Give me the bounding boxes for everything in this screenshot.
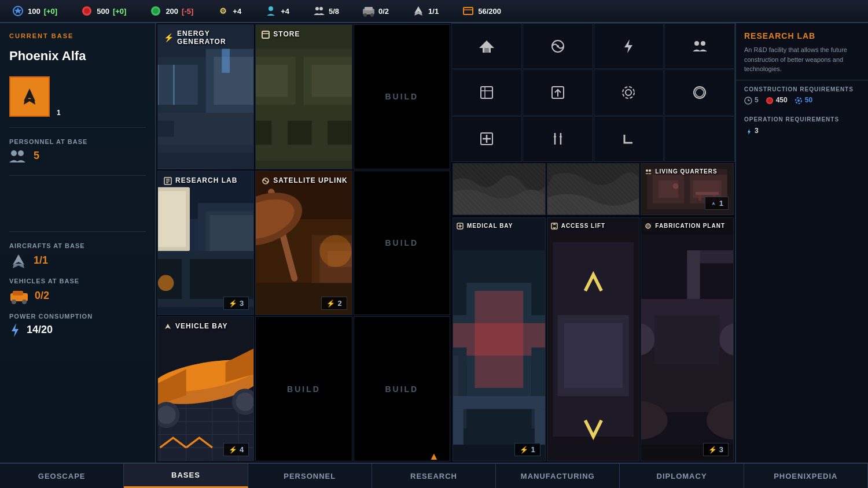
- tech-req-icon: [795, 96, 803, 105]
- store-image: [256, 25, 351, 169]
- satellite-name: SATELLITE UPLINK: [273, 176, 347, 184]
- req-tech-val: 50: [805, 96, 812, 104]
- fabrication-label: FABRICATION PLANT: [645, 221, 725, 230]
- type-medical[interactable]: [451, 116, 522, 162]
- svg-rect-101: [659, 180, 679, 198]
- svg-point-14: [18, 150, 24, 156]
- svg-point-7: [319, 7, 323, 10]
- energy-gen-label: ⚡ ENERGY GENERATOR: [164, 29, 253, 46]
- nav-diplomacy[interactable]: DIPLOMACY: [620, 464, 744, 488]
- production-value: +4: [233, 7, 241, 16]
- fabrication-power: ⚡ 3: [703, 443, 729, 456]
- building-access-lift[interactable]: ACCESS LIFT: [547, 217, 640, 461]
- svg-point-50: [158, 275, 174, 291]
- build-slot-3[interactable]: BUILD: [255, 316, 352, 461]
- personnel-section: PERSONNEL AT BASE 5: [9, 138, 146, 165]
- left-sidebar: CURRENT BASE Phoenix Alfa 1 PERSONNEL AT…: [0, 23, 156, 463]
- aircraft-section: AIRCRAFTS AT BASE 1/1: [9, 242, 146, 269]
- req-personnel: 3: [744, 126, 759, 135]
- building-fabrication-plant[interactable]: FABRICATION PLANT ⚡ 3: [641, 217, 734, 461]
- building-research-lab[interactable]: RESEARCH LAB ⚡ 3: [157, 171, 254, 316]
- stat-food: 500 [+0]: [80, 5, 126, 17]
- building-medical-bay[interactable]: MEDICAL BAY ⚡ 1: [453, 217, 546, 461]
- terrain-2: [547, 163, 640, 215]
- building-energy-generator[interactable]: ⚡ ENERGY GENERATOR: [157, 24, 254, 169]
- svg-rect-128: [564, 323, 623, 388]
- svg-point-108: [649, 169, 651, 172]
- living-personnel-val: 1: [719, 199, 723, 208]
- access-lift-name: ACCESS LIFT: [561, 223, 606, 229]
- materials-req-icon: [766, 96, 774, 105]
- food-value: 500: [97, 7, 109, 16]
- type-home[interactable]: [451, 23, 522, 69]
- stat-aircraft: 1/1: [412, 5, 439, 17]
- satellite-power-val: 2: [337, 299, 341, 308]
- type-satellite[interactable]: [523, 23, 593, 69]
- nav-geoscape[interactable]: GEOSCAPE: [0, 464, 124, 488]
- build-slot-2[interactable]: BUILD: [354, 171, 450, 316]
- svg-point-89: [626, 90, 631, 95]
- info-panel-container: RESEARCH LAB An R&D facility that allows…: [735, 23, 868, 463]
- svg-point-147: [647, 225, 649, 227]
- svg-rect-145: [655, 315, 720, 364]
- production-icon: ⚙: [216, 5, 229, 17]
- base-icon-box[interactable]: [9, 76, 50, 117]
- build-slot-4[interactable]: BUILD: [354, 316, 450, 461]
- build-1-label: BUILD: [385, 92, 418, 101]
- aircraft-value: 1/1: [428, 7, 439, 16]
- stat-production: ⚙ +4: [216, 5, 241, 17]
- bottom-nav: GEOSCAPE BASES PERSONNEL RESEARCH MANUFA…: [0, 463, 868, 488]
- stat-materials: 200 [-5]: [149, 5, 193, 17]
- bottom-buildings-row: MEDICAL BAY ⚡ 1: [451, 216, 735, 463]
- nav-phoenixpedia[interactable]: PHOENIXPEDIA: [744, 464, 868, 488]
- research-name: RESEARCH LAB: [175, 176, 237, 184]
- living-personnel-icon: [710, 199, 717, 208]
- personnel-icon: [312, 5, 325, 17]
- scientists-value: +4: [281, 7, 289, 16]
- svg-point-85: [694, 41, 699, 46]
- svg-rect-34: [312, 65, 352, 97]
- terrain-row: LIVING QUARTERS 1: [451, 162, 735, 216]
- svg-rect-12: [464, 8, 473, 14]
- type-people[interactable]: [664, 23, 735, 69]
- svg-rect-27: [158, 121, 174, 137]
- type-lightning[interactable]: [594, 23, 664, 69]
- divider-3: [9, 231, 146, 232]
- construction-req-title: CONSTRUCTION REQUIREMENTS: [744, 86, 860, 93]
- energy-gen-image: [158, 25, 253, 169]
- construction-req: CONSTRUCTION REQUIREMENTS 5 450: [736, 80, 868, 111]
- tech-value: 100: [28, 7, 41, 16]
- energy-gen-svg: [158, 25, 253, 169]
- nav-research[interactable]: RESEARCH: [372, 464, 496, 488]
- type-cube[interactable]: [451, 69, 522, 115]
- building-satellite-uplink[interactable]: SATELLITE UPLINK ⚡ 2: [255, 171, 352, 316]
- req-tech: 50: [795, 96, 812, 105]
- svg-rect-82: [484, 48, 489, 53]
- type-gear[interactable]: [594, 69, 664, 115]
- store-label: STORE: [262, 29, 300, 39]
- aircraft-stat-icon: [9, 252, 28, 269]
- type-corner[interactable]: [594, 116, 664, 162]
- research-power-val: 3: [240, 299, 244, 308]
- food-icon: [80, 5, 93, 17]
- type-upload[interactable]: [523, 69, 593, 115]
- divider-1: [9, 127, 146, 128]
- operation-req-row: 3: [744, 126, 860, 135]
- type-recycle[interactable]: [664, 69, 735, 115]
- nav-manufacturing[interactable]: MANUFACTURING: [496, 464, 620, 488]
- type-tools[interactable]: [523, 116, 593, 162]
- stat-credits: 56/200: [462, 5, 501, 17]
- building-living-quarters[interactable]: LIVING QUARTERS 1: [641, 163, 734, 215]
- build-slot-1[interactable]: BUILD: [354, 24, 450, 169]
- divider-2: [9, 175, 146, 176]
- nav-bases[interactable]: BASES: [124, 464, 248, 488]
- power-label: POWER CONSUMPTION: [9, 313, 146, 320]
- building-store[interactable]: STORE: [255, 24, 352, 169]
- building-type-grid: [451, 23, 735, 162]
- nav-personnel[interactable]: PERSONNEL: [248, 464, 372, 488]
- scientists-icon: [264, 5, 277, 17]
- main-layout: CURRENT BASE Phoenix Alfa 1 PERSONNEL AT…: [0, 23, 868, 463]
- operation-req: OPERATION REQUIREMENTS 3: [736, 110, 868, 141]
- credits-value: 56/200: [478, 7, 501, 16]
- building-vehicle-bay[interactable]: VEHICLE BAY ⚡ 4: [157, 316, 254, 461]
